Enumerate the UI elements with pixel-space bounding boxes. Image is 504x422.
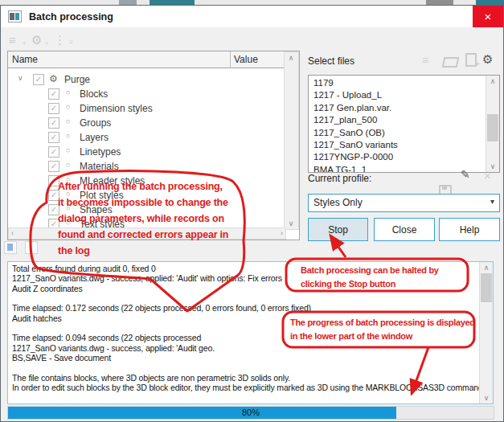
checkbox-icon[interactable]: ✓ <box>48 175 59 186</box>
log-scrollbar[interactable]: ∧ ∨ <box>479 262 493 404</box>
checkbox-icon[interactable]: ✓ <box>48 132 59 143</box>
tree-item-shapes[interactable]: ✓ ○ Shapes <box>8 203 283 217</box>
checkbox-icon[interactable]: ✓ <box>48 103 59 114</box>
file-item[interactable]: 1179 <box>313 77 483 89</box>
file-item[interactable]: 1217_SanO variants <box>313 139 483 151</box>
tree-item-groups[interactable]: ✓ ○ Groups <box>8 116 283 130</box>
checkbox-icon[interactable]: ✓ <box>48 190 59 201</box>
tree-item-label: Layers <box>80 132 109 143</box>
folder-icon[interactable] <box>442 57 460 68</box>
tree-item-label: Purge <box>64 74 90 85</box>
help-button[interactable]: Help <box>439 218 500 241</box>
tree-item-label: MLeader styles <box>80 175 145 186</box>
list-glyph: ≡ <box>9 33 16 47</box>
tree-item-label: Plot styles <box>80 190 124 201</box>
checkbox-icon[interactable]: ✓ <box>48 146 59 158</box>
add-file-icon[interactable]: + <box>465 53 477 67</box>
operation-circle-icon: ○ <box>66 175 70 183</box>
log-output[interactable]: Total errors found during audit 0, fixed… <box>7 261 494 404</box>
profile-selected-value: Styles Only <box>313 197 363 208</box>
scroll-right-icon[interactable]: › <box>281 229 283 237</box>
scroll-up-icon[interactable]: ∧ <box>486 77 499 85</box>
scroll-down-icon[interactable]: ∨ <box>285 219 297 227</box>
tree-vertical-scrollbar[interactable]: ∧ ∨ <box>284 51 299 230</box>
check-glyph: ✓ <box>49 147 59 157</box>
scrollbar-thumb[interactable] <box>487 114 498 141</box>
file-item[interactable]: 1217 Gen.plan.var. <box>313 102 483 114</box>
checkbox-icon[interactable]: ✓ <box>48 117 59 129</box>
tree-item-mleader-styles[interactable]: ✓ ○ MLeader styles <box>8 174 283 188</box>
plus-glyph: + <box>475 59 480 68</box>
tree-item-layers[interactable]: ✓ ○ Layers <box>8 130 283 145</box>
check-glyph: ✓ <box>49 133 59 142</box>
operation-circle-icon: ○ <box>66 132 70 140</box>
tree-item-label: Dimension styles <box>80 103 153 114</box>
tree-item-text-styles[interactable]: ✓ ○ Text styles <box>8 217 283 228</box>
gear-glyph: ⚙ <box>31 33 42 47</box>
checkbox-icon[interactable]: ✓ <box>48 88 59 100</box>
check-glyph: ✓ <box>49 104 59 113</box>
tree-item-materials[interactable]: ✓ ○ Materials <box>8 159 283 174</box>
expander-icon[interactable]: ∨ <box>18 74 23 82</box>
file-list[interactable]: 1179 1217 - Upload_L 1217 Gen.plan.var. … <box>308 75 500 173</box>
select-files-label: Select files <box>308 55 354 67</box>
plus-glyph: + <box>45 37 49 50</box>
checkbox-icon[interactable]: ✓ <box>48 204 59 215</box>
screenshot-root: Batch processing × ≡ + ⚙ + ⋮ ≡ Name <box>0 0 504 422</box>
tree-body: ∨ ✓ ⚙ Purge ✓ ○ Blocks ✓ ○ Dimension sty… <box>8 68 283 228</box>
load-file-list-icon[interactable]: ≡ <box>422 54 428 67</box>
scroll-up-icon[interactable]: ∧ <box>480 264 493 272</box>
scroll-down-icon[interactable]: ∨ <box>480 394 493 402</box>
add-list-icon[interactable]: ≡ + <box>9 34 27 48</box>
help-button-label: Help <box>460 224 480 236</box>
check-glyph: ✓ <box>49 176 59 186</box>
operation-circle-icon: ○ <box>66 88 70 96</box>
delete-profile-icon[interactable]: × <box>484 169 491 182</box>
file-item[interactable]: 1217YNGP-P-0000 <box>313 151 483 163</box>
operation-circle-icon: ○ <box>66 146 70 154</box>
tree-horizontal-scrollbar[interactable]: ‹ › <box>8 227 286 240</box>
tree-item-plot-styles[interactable]: ✓ ○ Plot styles <box>8 188 283 203</box>
operation-circle-icon: ○ <box>66 161 70 169</box>
progress-bar: 80% <box>7 406 494 420</box>
tree-item-label: Linetypes <box>80 146 121 158</box>
check-glyph: ✓ <box>49 162 59 171</box>
file-item[interactable]: 1217 - Upload_L <box>313 89 483 101</box>
gear-glyph: ⚙ <box>482 52 493 66</box>
chevron-down-icon: ▾ <box>490 197 494 206</box>
tree-item-dimension-styles[interactable]: ✓ ○ Dimension styles <box>8 101 283 116</box>
app-icon <box>8 10 22 23</box>
file-item[interactable]: BMA TG-1_1 <box>313 164 483 173</box>
close-dialog-button[interactable]: Close <box>374 218 435 241</box>
tree-item-blocks[interactable]: ✓ ○ Blocks <box>8 87 283 101</box>
file-list-items: 1179 1217 - Upload_L 1217 Gen.plan.var. … <box>313 77 483 173</box>
file-list-scrollbar[interactable]: ∧ ∨ <box>486 76 499 172</box>
checkbox-icon[interactable]: ✓ <box>48 161 59 172</box>
column-name[interactable]: Name <box>12 54 38 65</box>
operation-circle-icon: ○ <box>66 219 70 227</box>
scrollbar-thumb[interactable] <box>481 273 492 302</box>
profile-dropdown[interactable]: Styles Only ▾ <box>308 194 500 212</box>
file-item[interactable]: 1217_plan_500 <box>313 114 483 126</box>
column-divider[interactable] <box>230 51 231 68</box>
operations-order-icon[interactable]: ⋮ ≡ <box>54 34 72 48</box>
checkbox-icon[interactable]: ✓ <box>33 74 44 85</box>
close-button-label: Close <box>392 224 417 236</box>
stop-button[interactable]: Stop <box>308 218 368 241</box>
tree-item-linetypes[interactable]: ✓ ○ Linetypes <box>8 145 283 159</box>
scroll-left-icon[interactable]: ‹ <box>11 229 14 237</box>
tree-item-purge[interactable]: ∨ ✓ ⚙ Purge <box>8 72 283 87</box>
add-operation-icon[interactable]: ⚙ + <box>31 34 49 48</box>
progress-percent: 80% <box>8 408 494 417</box>
close-button[interactable]: × <box>473 6 503 27</box>
dialog-toolbar: ≡ + ⚙ + ⋮ ≡ <box>1 27 503 53</box>
scroll-up-icon[interactable]: ∧ <box>285 54 297 62</box>
settings-icon[interactable]: ⚙ <box>482 52 493 67</box>
operation-circle-icon: ○ <box>66 103 70 111</box>
page-icon[interactable] <box>25 241 38 254</box>
edit-profile-icon[interactable]: ✎ <box>461 168 470 181</box>
stop-button-label: Stop <box>328 224 348 236</box>
file-item[interactable]: 1217_SanO (OB) <box>313 127 483 139</box>
clipboard-icon[interactable] <box>4 241 17 254</box>
column-value[interactable]: Value <box>234 54 258 65</box>
